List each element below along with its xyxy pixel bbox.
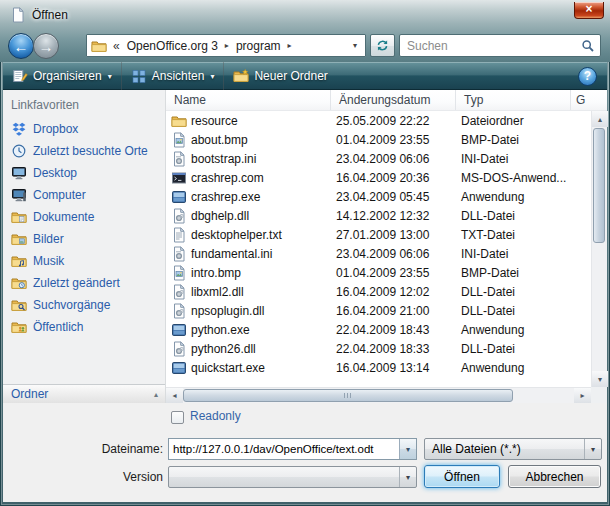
filetype-value: Alle Dateien (*.*) bbox=[425, 442, 584, 456]
sidebar-item-dropbox[interactable]: Dropbox bbox=[3, 118, 165, 140]
views-button[interactable]: Ansichten ▾ bbox=[122, 63, 224, 89]
refresh-icon bbox=[375, 38, 391, 54]
sidebar-item-public[interactable]: Öffentlich bbox=[3, 316, 165, 338]
file-row-dbghelp-dll[interactable]: dbghelp.dll 14.12.2002 12:32 DLL-Datei bbox=[166, 206, 591, 225]
vertical-scrollbar[interactable]: ▴ ▾ bbox=[591, 111, 607, 387]
breadcrumb-dropdown-icon[interactable]: ▾ bbox=[349, 41, 361, 50]
organize-button[interactable]: Organisieren ▾ bbox=[3, 63, 121, 89]
chevron-down-icon: ▾ bbox=[210, 72, 214, 81]
sidebar-item-desktop[interactable]: Desktop bbox=[3, 162, 165, 184]
dll-file-icon bbox=[171, 208, 187, 224]
forward-arrow-icon: → bbox=[39, 38, 54, 55]
readonly-checkbox[interactable] bbox=[171, 411, 184, 424]
help-icon: ? bbox=[584, 69, 591, 83]
dll-file-icon bbox=[171, 284, 187, 300]
chevron-down-icon: ▾ bbox=[406, 445, 410, 454]
folder-icon bbox=[171, 113, 187, 129]
new-folder-button[interactable]: Neuer Ordner bbox=[224, 63, 336, 89]
config-file-icon bbox=[171, 151, 187, 167]
list-header: Name Änderungsdatum Typ G bbox=[166, 90, 607, 111]
help-button[interactable]: ? bbox=[578, 67, 597, 86]
file-row-crashrep-exe[interactable]: crashrep.exe 23.04.2009 05:45 Anwendung bbox=[166, 187, 591, 206]
filename-input[interactable] bbox=[169, 439, 399, 459]
folders-label: Ordner bbox=[11, 387, 48, 401]
scroll-down-button[interactable]: ▾ bbox=[592, 371, 608, 387]
chevron-down-icon: ▾ bbox=[108, 72, 112, 81]
recent-places-icon bbox=[11, 143, 27, 159]
scroll-right-button[interactable]: ▸ bbox=[574, 388, 591, 403]
close-button[interactable]: × bbox=[574, 2, 604, 19]
forward-button[interactable]: → bbox=[33, 33, 59, 59]
sidebar-header: Linkfavoriten bbox=[3, 90, 165, 118]
search-input[interactable] bbox=[400, 39, 576, 53]
search-icon[interactable] bbox=[576, 38, 600, 54]
file-row-bootstrap-ini[interactable]: bootstrap.ini 23.04.2009 06:06 INI-Datei bbox=[166, 149, 591, 168]
open-dialog-window: Öffnen × ← → « OpenOffice.org 3 ▸ progra… bbox=[0, 0, 610, 506]
breadcrumb-overflow-button[interactable]: « bbox=[113, 39, 120, 53]
horizontal-scroll-thumb[interactable] bbox=[183, 389, 513, 402]
file-row-quickstart-exe[interactable]: quickstart.exe 16.04.2009 13:14 Anwendun… bbox=[166, 358, 591, 377]
file-list: Name Änderungsdatum Typ G resource 25.05… bbox=[166, 90, 607, 403]
combo-dropdown-button[interactable]: ▾ bbox=[399, 439, 416, 459]
open-button[interactable]: Öffnen bbox=[424, 465, 500, 488]
folders-expander[interactable]: Ordner ▴ bbox=[3, 384, 165, 403]
sidebar-item-pictures[interactable]: Bilder bbox=[3, 228, 165, 250]
titlebar[interactable]: Öffnen × bbox=[0, 0, 610, 30]
sidebar-item-recent-changed[interactable]: Zuletzt geändert bbox=[3, 272, 165, 294]
window-icon[interactable] bbox=[10, 7, 26, 23]
documents-folder-icon bbox=[11, 209, 27, 225]
searches-folder-icon bbox=[11, 297, 27, 313]
filetype-combobox[interactable]: Alle Dateien (*.*) ▾ bbox=[424, 438, 602, 460]
horizontal-scrollbar[interactable]: ◂ ▸ bbox=[166, 387, 591, 403]
views-icon bbox=[131, 68, 147, 84]
music-folder-icon bbox=[11, 253, 27, 269]
vertical-scroll-thumb[interactable] bbox=[593, 128, 605, 243]
sidebar-item-recent-places[interactable]: Zuletzt besuchte Orte bbox=[3, 140, 165, 162]
back-button[interactable]: ← bbox=[8, 33, 34, 59]
application-icon bbox=[171, 322, 187, 338]
column-header-size[interactable]: G bbox=[571, 90, 607, 110]
sidebar-item-searches[interactable]: Suchvorgänge bbox=[3, 294, 165, 316]
window-title: Öffnen bbox=[32, 0, 68, 30]
readonly-label[interactable]: Readonly bbox=[190, 409, 241, 423]
file-row-crashrep-com[interactable]: crashrep.com 16.04.2009 20:36 MS-DOS-Anw… bbox=[166, 168, 591, 187]
column-header-type[interactable]: Typ bbox=[456, 90, 571, 110]
text-file-icon bbox=[171, 227, 187, 243]
new-folder-icon bbox=[233, 68, 249, 84]
dialog-footer: Readonly Dateiname: ▾ Alle Dateien (*.*)… bbox=[3, 403, 607, 502]
filename-combobox[interactable]: ▾ bbox=[168, 438, 417, 460]
breadcrumb-bar[interactable]: « OpenOffice.org 3 ▸ program ▸ ▾ bbox=[86, 34, 366, 57]
cancel-button[interactable]: Abbrechen bbox=[508, 465, 601, 488]
sidebar-item-computer[interactable]: Computer bbox=[3, 184, 165, 206]
file-row-npsoplugin-dll[interactable]: npsoplugin.dll 16.04.2009 21:00 DLL-Date… bbox=[166, 301, 591, 320]
chevron-right-icon[interactable]: ▸ bbox=[288, 41, 292, 50]
refresh-button[interactable] bbox=[370, 34, 395, 57]
filename-label: Dateiname: bbox=[58, 438, 163, 460]
column-header-name[interactable]: Name bbox=[166, 90, 331, 110]
file-row-intro-bmp[interactable]: intro.bmp 01.04.2009 23:55 BMP-Datei bbox=[166, 263, 591, 282]
dropbox-icon bbox=[11, 121, 27, 137]
chevron-right-icon[interactable]: ▸ bbox=[225, 41, 229, 50]
desktop-icon bbox=[11, 165, 27, 181]
file-row-desktophelper-txt[interactable]: desktophelper.txt 27.01.2009 13:00 TXT-D… bbox=[166, 225, 591, 244]
list-body: resource 25.05.2009 22:22 Dateiordner ab… bbox=[166, 111, 591, 387]
search-box[interactable] bbox=[399, 34, 601, 57]
file-row-python26-dll[interactable]: python26.dll 22.04.2009 18:33 DLL-Datei bbox=[166, 339, 591, 358]
file-row-about-bmp[interactable]: about.bmp 01.04.2009 23:55 BMP-Datei bbox=[166, 130, 591, 149]
file-row-resource[interactable]: resource 25.05.2009 22:22 Dateiordner bbox=[166, 111, 591, 130]
public-folder-icon bbox=[11, 319, 27, 335]
file-row-libxml2-dll[interactable]: libxml2.dll 16.04.2009 12:02 DLL-Datei bbox=[166, 282, 591, 301]
file-row-fundamental-ini[interactable]: fundamental.ini 23.04.2009 06:06 INI-Dat… bbox=[166, 244, 591, 263]
organize-icon bbox=[12, 68, 28, 84]
scroll-left-button[interactable]: ◂ bbox=[166, 388, 183, 403]
version-combobox[interactable]: ▾ bbox=[168, 466, 417, 488]
dll-file-icon bbox=[171, 303, 187, 319]
file-row-python-exe[interactable]: python.exe 22.04.2009 18:43 Anwendung bbox=[166, 320, 591, 339]
breadcrumb-item-openoffice[interactable]: OpenOffice.org 3 bbox=[125, 39, 220, 53]
close-icon: × bbox=[585, 2, 592, 16]
scroll-up-button[interactable]: ▴ bbox=[592, 111, 608, 127]
sidebar-item-music[interactable]: Musik bbox=[3, 250, 165, 272]
sidebar-item-documents[interactable]: Dokumente bbox=[3, 206, 165, 228]
breadcrumb-item-program[interactable]: program bbox=[234, 39, 283, 53]
column-header-date[interactable]: Änderungsdatum bbox=[331, 90, 456, 110]
